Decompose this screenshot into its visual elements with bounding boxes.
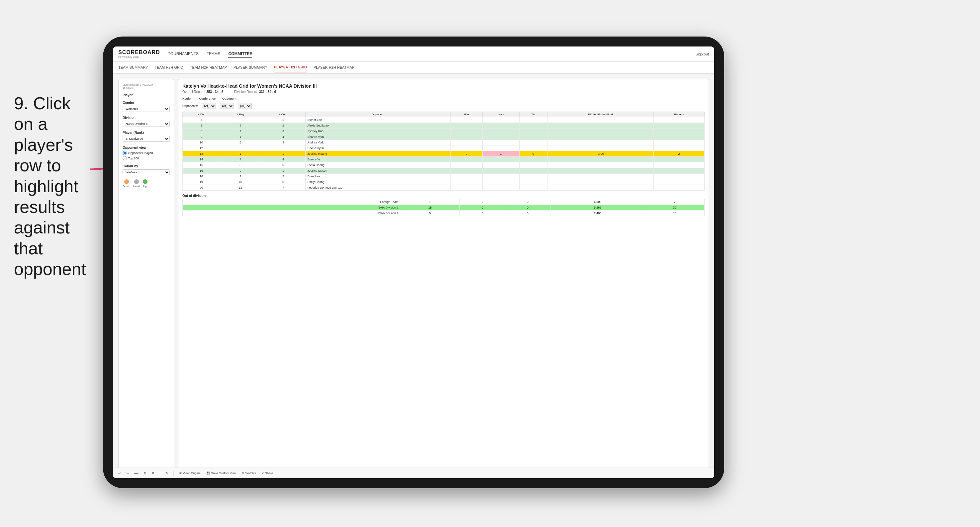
nav-link-committee[interactable]: COMMITTEE [228,50,252,58]
sub-nav-player-summary[interactable]: PLAYER SUMMARY [234,63,267,72]
annotation-text: 9. Click on aplayer's row tohighlight re… [14,93,94,279]
save-custom-view-btn[interactable]: 💾 Save Custom View [205,471,237,473]
out-of-division-table: Foreign Team1004.5002NAIA Division 11500… [182,199,705,216]
opponent-header: Opponent [222,97,237,100]
table-row[interactable]: 12HeeJo Hyun [183,146,705,151]
view-original-btn[interactable]: 👁 View: Original [178,471,203,473]
legend-up-dot [143,179,148,184]
player-section: Player [123,93,170,97]
nav-link-tournaments[interactable]: TOURNAMENTS [168,50,199,58]
division-section: Division NCAA Division III [123,116,170,127]
conference-header: Conference [199,97,216,100]
player-section-label: Player [123,93,170,97]
logo-area: SCOREBOARD Powered by clippi [118,49,160,59]
colour-by-select[interactable]: Win/loss [123,169,170,175]
nav-link-teams[interactable]: TEAMS [207,50,220,58]
opponent-view-section: Opponent view Opponents Played Top 100 [123,146,170,160]
legend: Down Level Up [123,179,170,188]
tablet-frame: SCOREBOARD Powered by clippi TOURNAMENTS… [103,37,724,488]
sub-nav-player-h2h-grid[interactable]: PLAYER H2H GRID [274,62,307,72]
th-diff: Diff Av Strokes/Rnd [547,112,654,117]
sub-nav: TEAM SUMMARY TEAM H2H GRID TEAM H2H HEAT… [113,62,714,74]
main-content: Last Updated: 27/03/2024 16:55:38 Player… [113,74,714,478]
gender-label: Gender [123,101,170,105]
table-header-row: # Div # Reg # Conf Opponent Win Loss Tie… [183,112,705,117]
player-rank-label: Player (Rank) [123,131,170,135]
out-of-division-row[interactable]: NCAA Division 25007.40010 [183,211,705,216]
out-of-division-header: Out of division [182,194,705,198]
opponent-view-label: Opponent view [123,146,170,149]
division-record: Division Record: 331 - 34 - 6 [234,90,276,94]
th-loss: Loss [482,112,519,117]
left-panel: Last Updated: 27/03/2024 16:55:38 Player… [118,79,174,473]
table-row[interactable]: 19106Emily Chang [183,179,705,185]
table-row[interactable]: 1585Stella Cheng [183,162,705,168]
filters-row: Region Conference Opponent [182,97,705,100]
th-rounds: Rounds [654,112,705,117]
th-div: # Div [183,112,220,117]
opponent-select[interactable]: (All) [238,103,252,109]
radio-top100[interactable]: Top 100 [123,156,170,160]
table-row[interactable]: 613Sydney Kuo [183,129,705,134]
colour-by-label: Colour by [123,164,170,168]
sub-nav-team-h2h-grid[interactable]: TEAM H2H GRID [155,63,183,72]
division-select[interactable]: NCAA Division III [123,121,170,127]
region-header: Region [182,97,192,100]
region-select[interactable]: (All) [202,103,216,109]
sub-nav-team-summary[interactable]: TEAM SUMMARY [118,63,148,72]
table-row[interactable]: 1311Jessica Huang010-3.002 [183,151,705,157]
nav-sign-out[interactable]: | Sign out [694,52,709,56]
legend-level: Level [133,179,140,188]
nav-links: TOURNAMENTS TEAMS COMMITTEE [168,50,694,58]
table-row[interactable]: 1063Andrea York [183,140,705,146]
table-row[interactable]: 1474Eunice Yi [183,157,705,162]
th-conf: # Conf [261,112,305,117]
logo-sub: Powered by clippi [118,56,160,59]
h2h-table: # Div # Reg # Conf Opponent Win Loss Tie… [182,111,705,190]
table-row[interactable]: 1691Jessica Mason [183,168,705,174]
legend-level-dot [134,179,139,184]
legend-up: Up [143,179,148,188]
watch-btn[interactable]: 👁 Watch ▾ [240,471,258,473]
opponent-radio-group: Opponents Played Top 100 [123,151,170,160]
overall-record: Overall Record: 353 - 34 - 6 [182,90,223,94]
player-rank-select[interactable]: 8. Katelyn Vo [123,136,170,142]
th-tie: Tie [519,112,547,117]
last-updated: Last Updated: 27/03/2024 16:55:38 [123,83,170,89]
grid-title: Katelyn Vo Head-to-Head Grid for Women's… [182,83,705,89]
th-reg: # Reg [220,112,261,117]
filters-selects-row: Opponents: (All) (All) (All) [182,103,705,109]
conference-select[interactable]: (All) [220,103,234,109]
table-row[interactable]: 31Esther Lee [183,117,705,123]
gender-select[interactable]: Women's [123,106,170,112]
th-opponent: Opponent [305,112,451,117]
nav-bar: SCOREBOARD Powered by clippi TOURNAMENTS… [113,46,714,62]
division-label: Division [123,116,170,119]
out-of-division-row[interactable]: NAIA Division 115009.26730 [183,205,705,211]
table-row[interactable]: 1822Euna Lee [183,174,705,179]
logo-scoreboard: SCOREBOARD [118,49,160,56]
radio-opponents-played[interactable]: Opponents Played [123,151,170,155]
share-btn[interactable]: ↗ Share [260,471,274,473]
tablet-screen: SCOREBOARD Powered by clippi TOURNAMENTS… [113,46,714,478]
table-row[interactable]: 20117Federica Domecq Lacroze [183,185,705,190]
colour-by-section: Colour by Win/loss [123,164,170,175]
player-rank-section: Player (Rank) 8. Katelyn Vo [123,131,170,142]
table-row[interactable]: 914Sharon Mun [183,134,705,140]
th-win: Win [450,112,482,117]
out-of-division-row[interactable]: Foreign Team1004.5002 [183,199,705,205]
sub-nav-team-h2h-heatmap[interactable]: TEAM H2H HEATMAP [190,63,227,72]
right-panel: Katelyn Vo Head-to-Head Grid for Women's… [178,79,709,473]
gender-section: Gender Women's [123,101,170,112]
sub-nav-player-h2h-heatmap[interactable]: PLAYER H2H HEATMAP [313,63,355,72]
grid-records: Overall Record: 353 - 34 - 6 Division Re… [182,90,705,94]
bottom-toolbar: ↩ ↪ ⟵ ⊞ ⚙ ↻ 👁 View: Original 💾 Save Cust… [178,468,709,473]
legend-down: Down [123,179,130,188]
table-row[interactable]: 522Alexis Sudjianto [183,123,705,129]
opponents-label: Opponents: [182,104,198,108]
legend-down-dot [124,179,129,184]
